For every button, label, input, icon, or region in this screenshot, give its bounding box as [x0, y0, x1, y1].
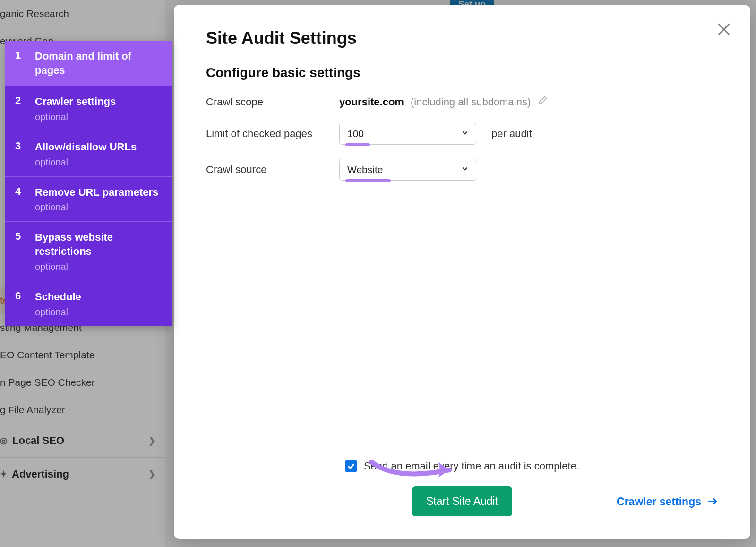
chevron-down-icon [461, 164, 469, 175]
step-number: 4 [15, 185, 35, 213]
email-checkbox[interactable] [345, 460, 357, 472]
start-site-audit-button[interactable]: Start Site Audit [412, 486, 512, 516]
step-optional: optional [35, 261, 162, 272]
wizard-step-allow-disallow[interactable]: 3 Allow/disallow URLs optional [5, 131, 172, 177]
email-label: Send an email every time an audit is com… [364, 460, 579, 472]
step-optional: optional [35, 307, 162, 318]
edit-icon[interactable] [537, 96, 548, 109]
modal-subtitle: Configure basic settings [206, 65, 718, 80]
limit-pages-row: Limit of checked pages 100 per audit [206, 123, 718, 145]
wizard-step-remove-url-params[interactable]: 4 Remove URL parameters optional [5, 177, 172, 222]
per-audit-label: per audit [491, 128, 532, 140]
crawl-source-label: Crawl source [206, 164, 339, 176]
close-button[interactable] [716, 22, 731, 37]
crawl-scope-row: Crawl scope yoursite.com (including all … [206, 96, 718, 109]
crawl-source-select[interactable]: Website [339, 159, 476, 181]
limit-pages-value: 100 [347, 128, 364, 139]
step-optional: optional [35, 112, 162, 122]
wizard-step-bypass-restrictions[interactable]: 5 Bypass website restrictions optional [5, 222, 172, 281]
modal-footer: Send an email every time an audit is com… [206, 460, 718, 516]
step-number: 3 [15, 140, 35, 168]
step-title: Bypass website restrictions [35, 230, 162, 258]
step-number: 6 [15, 290, 35, 318]
email-notification-row: Send an email every time an audit is com… [206, 460, 718, 472]
step-title: Domain and limit of pages [35, 49, 162, 77]
modal-title: Site Audit Settings [206, 28, 718, 48]
crawl-scope-label: Crawl scope [206, 96, 339, 108]
crawl-scope-subtext: (including all subdomains) [411, 96, 531, 108]
step-title: Allow/disallow URLs [35, 140, 162, 154]
step-optional: optional [35, 157, 162, 168]
wizard-step-schedule[interactable]: 6 Schedule optional [5, 281, 172, 326]
crawl-source-row: Crawl source Website [206, 159, 718, 181]
limit-pages-label: Limit of checked pages [206, 128, 339, 140]
crawler-settings-label: Crawler settings [617, 495, 701, 508]
site-audit-settings-modal: Site Audit Settings Configure basic sett… [174, 5, 750, 539]
step-number: 2 [15, 95, 35, 122]
step-title: Remove URL parameters [35, 185, 162, 200]
step-title: Schedule [35, 290, 162, 304]
wizard-steps-panel: 1 Domain and limit of pages 2 Crawler se… [5, 41, 172, 326]
chevron-down-icon [461, 128, 469, 139]
step-number: 5 [15, 230, 35, 272]
crawl-scope-domain: yoursite.com [339, 96, 404, 108]
wizard-step-crawler-settings[interactable]: 2 Crawler settings optional [5, 86, 172, 131]
check-icon [347, 462, 355, 470]
step-title: Crawler settings [35, 95, 162, 109]
arrow-right-icon [707, 496, 718, 507]
close-icon [716, 22, 731, 37]
step-number: 1 [15, 49, 35, 77]
highlight-underline [345, 143, 370, 146]
crawl-source-value: Website [347, 164, 383, 175]
highlight-underline [345, 179, 391, 182]
wizard-step-domain-limit[interactable]: 1 Domain and limit of pages [5, 41, 172, 86]
crawler-settings-link[interactable]: Crawler settings [617, 495, 718, 508]
limit-pages-select[interactable]: 100 [339, 123, 476, 145]
step-optional: optional [35, 202, 162, 213]
